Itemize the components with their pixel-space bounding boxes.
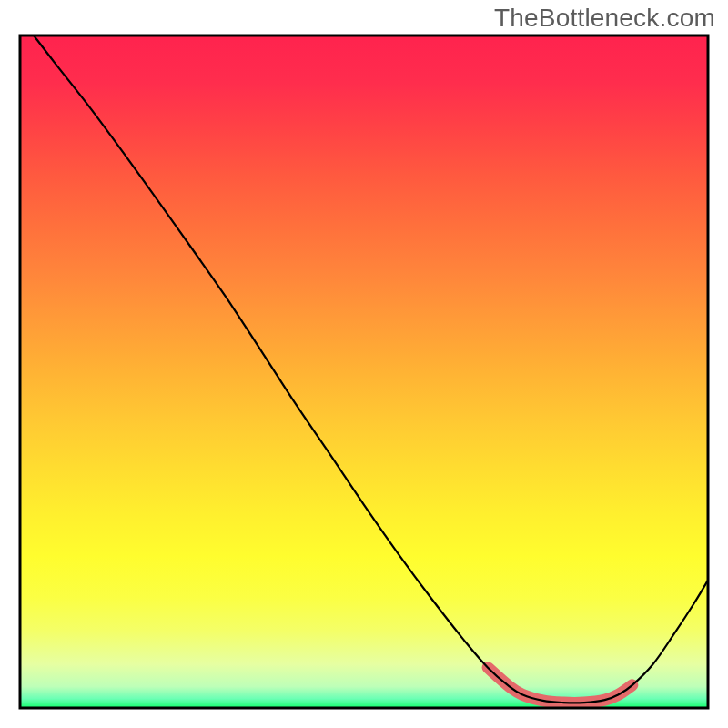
bottleneck-chart <box>0 0 728 728</box>
watermark-text: TheBottleneck.com <box>494 4 715 33</box>
gradient-background <box>20 35 708 708</box>
